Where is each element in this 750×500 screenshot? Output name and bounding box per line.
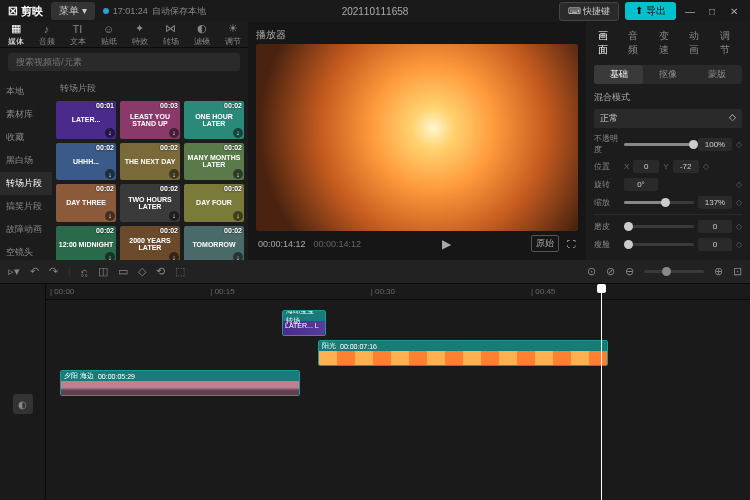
fit-tool[interactable]: ⊡ [733,265,742,278]
crop-tool[interactable]: ⬚ [175,265,185,278]
link-tool[interactable]: ⊘ [606,265,615,278]
keyframe-icon[interactable]: ◇ [736,180,742,189]
select-tool[interactable]: ▹▾ [8,265,20,278]
zoom-slider[interactable] [644,270,704,273]
asset-item[interactable]: 00:02TOMORROW↓ [184,226,244,261]
download-icon[interactable]: ↓ [169,128,179,138]
keyframe-icon[interactable]: ◇ [736,222,742,231]
keyframe-icon[interactable]: ◇ [736,140,742,149]
beauty-value-1[interactable]: 0 [698,220,732,233]
asset-tab-5[interactable]: ⋈转场 [155,22,186,47]
delete-left-tool[interactable]: ◫ [98,265,108,278]
side-item[interactable]: 本地 [0,80,52,103]
asset-tab-0[interactable]: ▦媒体 [0,22,31,47]
shortcut-button[interactable]: ⌨ 快捷键 [559,2,620,21]
blend-mode-select[interactable]: 正常◇ [594,109,742,128]
menu-button[interactable]: 菜单 ▾ [51,2,95,20]
prop-tab[interactable]: 动画 [685,26,711,60]
keyframe-icon[interactable]: ◇ [736,198,742,207]
asset-tab-3[interactable]: ☺贴纸 [93,22,124,47]
track[interactable]: 海绵宝宝转场LATER... L [46,308,750,338]
asset-item[interactable]: 00:02TWO HOURS LATER↓ [120,184,180,222]
split-tool[interactable]: ⎌ [81,266,88,278]
track-toggle-button[interactable]: ◐ [13,394,33,414]
maximize-button[interactable]: □ [704,3,720,19]
magnet-tool[interactable]: ⊙ [587,265,596,278]
prop-subtab[interactable]: 基础 [594,65,643,84]
scale-value[interactable]: 137% [698,196,732,209]
prop-tab[interactable]: 调节 [716,26,742,60]
opacity-slider[interactable] [624,143,694,146]
preview-viewport[interactable] [256,44,578,231]
download-icon[interactable]: ↓ [233,128,243,138]
track[interactable] [46,398,750,428]
close-button[interactable]: ✕ [726,3,742,19]
opacity-value[interactable]: 100% [698,138,732,151]
asset-item[interactable]: 00:02ONE HOUR LATER↓ [184,101,244,139]
redo-button[interactable]: ↷ [49,265,58,278]
side-item[interactable]: 收藏 [0,126,52,149]
download-icon[interactable]: ↓ [233,211,243,221]
pos-x-input[interactable]: 0 [633,160,659,173]
side-item[interactable]: 黑白场 [0,149,52,172]
side-item[interactable]: 转场片段 [0,172,52,195]
scale-slider[interactable] [624,201,694,204]
search-input[interactable] [8,53,240,71]
track[interactable]: 夕阳 海边00:00:05:29 [46,368,750,398]
play-button[interactable]: ▶ [442,237,451,251]
side-item[interactable]: 空镜头 [0,241,52,260]
asset-item[interactable]: 00:03LEAST YOU STAND UP↓ [120,101,180,139]
beauty-slider-1[interactable] [624,225,694,228]
timeline-tracks[interactable]: | 00:00| 00:15| 00:30| 00:45 海绵宝宝转场LATER… [46,284,750,500]
keyframe-icon[interactable]: ◇ [703,162,709,171]
mirror-tool[interactable]: ⟲ [156,265,165,278]
track[interactable]: 阳光00:00:07:16 [46,338,750,368]
export-button[interactable]: ⬆ 导出 [625,2,676,20]
freeze-tool[interactable]: ◇ [138,265,146,278]
ratio-button[interactable]: 原始 [531,235,559,252]
asset-tab-1[interactable]: ♪音频 [31,22,62,47]
pos-y-input[interactable]: -72 [673,160,699,173]
fullscreen-button[interactable]: ⛶ [567,239,576,249]
asset-item[interactable]: 00:0212:00 MIDNIGHT↓ [56,226,116,261]
playhead[interactable] [601,284,602,500]
asset-item[interactable]: 00:02DAY FOUR↓ [184,184,244,222]
side-item[interactable]: 素材库 [0,103,52,126]
download-icon[interactable]: ↓ [105,252,115,260]
prop-tab[interactable]: 音频 [624,26,650,60]
download-icon[interactable]: ↓ [105,211,115,221]
download-icon[interactable]: ↓ [233,252,243,260]
download-icon[interactable]: ↓ [233,169,243,179]
asset-item[interactable]: 00:02DAY THREE↓ [56,184,116,222]
asset-item[interactable]: 00:02MANY MONTHS LATER↓ [184,143,244,181]
keyframe-icon[interactable]: ◇ [736,240,742,249]
side-item[interactable]: 搞笑片段 [0,195,52,218]
clip[interactable]: 海绵宝宝转场LATER... L [282,310,326,336]
asset-tab-4[interactable]: ✦特效 [124,22,155,47]
zoom-in-tool[interactable]: ⊕ [714,265,723,278]
asset-tab-7[interactable]: ☀调节 [217,22,248,47]
undo-button[interactable]: ↶ [30,265,39,278]
prop-tab[interactable]: 变速 [655,26,681,60]
download-icon[interactable]: ↓ [169,169,179,179]
download-icon[interactable]: ↓ [105,128,115,138]
beauty-value-2[interactable]: 0 [698,238,732,251]
download-icon[interactable]: ↓ [169,211,179,221]
asset-item[interactable]: 00:022000 YEARS LATER↓ [120,226,180,261]
side-item[interactable]: 故障动画 [0,218,52,241]
download-icon[interactable]: ↓ [169,252,179,260]
rotation-input[interactable]: 0° [624,178,658,191]
delete-right-tool[interactable]: ▭ [118,265,128,278]
asset-tab-6[interactable]: ◐滤镜 [186,22,217,47]
asset-item[interactable]: 00:01LATER...↓ [56,101,116,139]
download-icon[interactable]: ↓ [105,169,115,179]
minimize-button[interactable]: — [682,3,698,19]
preview-axis-tool[interactable]: ⊖ [625,265,634,278]
asset-tab-2[interactable]: TI文本 [62,22,93,47]
asset-item[interactable]: 00:02THE NEXT DAY↓ [120,143,180,181]
beauty-slider-2[interactable] [624,243,694,246]
clip[interactable]: 夕阳 海边00:00:05:29 [60,370,300,396]
prop-subtab[interactable]: 蒙版 [693,65,742,84]
clip[interactable]: 阳光00:00:07:16 [318,340,608,366]
prop-subtab[interactable]: 抠像 [643,65,692,84]
